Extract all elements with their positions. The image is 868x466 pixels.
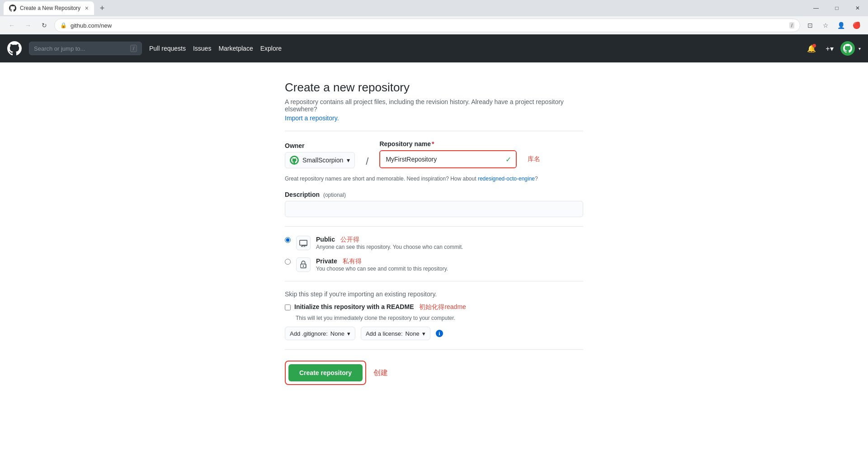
forward-button[interactable]: → xyxy=(22,19,34,32)
init-readme-row: Initialize this repository with a README… xyxy=(285,303,583,311)
gitignore-dropdown[interactable]: Add .gitignore: None ▾ xyxy=(285,327,355,340)
form-container: Create a new repository A repository con… xyxy=(276,81,592,385)
repo-name-label: Repository name* xyxy=(379,140,540,147)
skip-note: Skip this step if you're importing an ex… xyxy=(285,290,583,298)
init-readme-label: Initialize this repository with a README… xyxy=(294,303,466,311)
private-chinese: 私有得 xyxy=(343,257,362,265)
profile-btn[interactable]: 👤 xyxy=(835,19,847,32)
browser-actions: ⊡ ☆ 👤 🔴 xyxy=(804,19,863,32)
visibility-section: Public 公开得 Anyone can see this repositor… xyxy=(285,236,583,272)
license-label: Add a license: xyxy=(366,330,403,337)
notifications-btn[interactable]: 🔔 xyxy=(804,41,819,56)
browser-window: Create a New Repository × + ← → ↻ 🔒 gith… xyxy=(0,0,868,34)
description-input[interactable] xyxy=(285,201,583,217)
maximize-btn[interactable]: □ xyxy=(826,0,847,16)
create-btn-wrap: Create repository xyxy=(285,361,366,385)
new-tab-btn[interactable]: + xyxy=(96,2,108,14)
optional-label: (optional) xyxy=(323,192,346,198)
public-radio[interactable] xyxy=(285,237,291,243)
tab-title: Create a New Repository xyxy=(20,5,81,11)
marketplace-link[interactable]: Marketplace xyxy=(218,45,253,52)
address-bar[interactable]: 🔒 github.com/new / xyxy=(54,19,800,32)
license-dropdown[interactable]: Add a license: None ▾ xyxy=(361,327,430,340)
suggestion-link[interactable]: redesigned-octo-engine xyxy=(478,176,535,182)
tab-bar: Create a New Repository × + xyxy=(0,0,868,16)
create-chinese: 创建 xyxy=(373,368,388,378)
create-section: Create repository 创建 xyxy=(285,361,583,385)
private-content: Private 私有得 You choose who can see and c… xyxy=(316,257,448,272)
lock-icon: 🔒 xyxy=(60,22,67,29)
private-label: Private xyxy=(316,257,337,265)
search-input[interactable] xyxy=(34,45,127,52)
new-item-btn[interactable]: +▾ xyxy=(822,41,837,56)
dropdown-row: Add .gitignore: None ▾ Add a license: No… xyxy=(285,327,583,340)
public-option: Public 公开得 Anyone can see this repositor… xyxy=(285,236,583,250)
address-slash: / xyxy=(789,22,794,29)
license-value: None xyxy=(406,330,420,337)
browser-controls: ← → ↻ 🔒 github.com/new / ⊡ ☆ 👤 🔴 xyxy=(0,16,868,34)
main-content: Create a new repository A repository con… xyxy=(0,62,868,466)
public-icon xyxy=(296,236,311,250)
slash-separator: / xyxy=(364,156,370,167)
divider-1 xyxy=(285,131,583,131)
divider-2 xyxy=(285,226,583,227)
pull-requests-link[interactable]: Pull requests xyxy=(149,45,186,52)
create-repository-button[interactable]: Create repository xyxy=(288,364,363,381)
explore-link[interactable]: Explore xyxy=(260,45,282,52)
public-label: Public xyxy=(316,236,335,243)
owner-repo-row: Owner SmallScorpion ▾ / Repository name* xyxy=(285,140,583,168)
license-dropdown-icon: ▾ xyxy=(422,330,425,337)
avatar-dropdown-icon: ▾ xyxy=(859,46,861,51)
description-field-group: Description (optional) xyxy=(285,191,583,217)
divider-4 xyxy=(285,349,583,350)
info-icon[interactable]: ℹ xyxy=(436,330,443,337)
page-description: A repository contains all project files,… xyxy=(285,98,583,113)
gitignore-value: None xyxy=(330,330,344,337)
tab-close-btn[interactable]: × xyxy=(85,5,89,12)
owner-name: SmallScorpion xyxy=(302,157,343,164)
nav-right: 🔔 +▾ ▾ xyxy=(804,41,861,56)
github-navbar: / Pull requests Issues Marketplace Explo… xyxy=(0,34,868,62)
init-readme-desc: This will let you immediately clone the … xyxy=(296,315,583,321)
search-bar[interactable]: / xyxy=(29,42,142,55)
window-controls: — □ ✕ xyxy=(806,0,868,16)
hint-text: Great repository names are short and mem… xyxy=(285,176,583,182)
repo-name-annotation: 库名 xyxy=(528,155,540,163)
description-label: Description (optional) xyxy=(285,191,583,198)
page-title: Create a new repository xyxy=(285,81,583,95)
repo-name-input[interactable] xyxy=(380,151,516,167)
repo-name-input-wrap: ✓ xyxy=(379,150,517,168)
star-btn[interactable]: ☆ xyxy=(819,19,832,32)
owner-avatar xyxy=(290,156,299,165)
reload-button[interactable]: ↻ xyxy=(38,19,51,32)
nav-links: Pull requests Issues Marketplace Explore xyxy=(149,45,282,52)
divider-3 xyxy=(285,281,583,281)
search-slash-icon: / xyxy=(130,45,137,52)
public-chinese: 公开得 xyxy=(340,236,359,243)
close-btn[interactable]: ✕ xyxy=(847,0,868,16)
init-readme-checkbox[interactable] xyxy=(285,304,291,310)
owner-dropdown-icon: ▾ xyxy=(347,157,350,164)
address-text: github.com/new xyxy=(71,22,786,29)
back-button[interactable]: ← xyxy=(5,19,18,32)
init-section: Skip this step if you're importing an ex… xyxy=(285,290,583,340)
gitignore-dropdown-icon: ▾ xyxy=(347,330,350,337)
extension-btn[interactable]: 🔴 xyxy=(850,19,863,32)
user-avatar-btn[interactable] xyxy=(840,41,855,56)
private-desc: You choose who can see and commit to thi… xyxy=(316,266,448,272)
owner-label: Owner xyxy=(285,142,355,149)
owner-field-group: Owner SmallScorpion ▾ xyxy=(285,142,355,168)
owner-select[interactable]: SmallScorpion ▾ xyxy=(285,152,355,168)
import-link[interactable]: Import a repository. xyxy=(285,114,339,122)
required-marker: * xyxy=(432,140,434,147)
minimize-btn[interactable]: — xyxy=(806,0,826,16)
translate-btn[interactable]: ⊡ xyxy=(804,19,816,32)
active-tab[interactable]: Create a New Repository × xyxy=(4,1,94,15)
private-radio[interactable] xyxy=(285,259,291,265)
issues-link[interactable]: Issues xyxy=(193,45,211,52)
gitignore-label: Add .gitignore: xyxy=(290,330,328,337)
check-icon: ✓ xyxy=(505,155,511,164)
public-desc: Anyone can see this repository. You choo… xyxy=(316,244,463,250)
init-chinese: 初始化得readme xyxy=(419,303,466,310)
github-logo[interactable] xyxy=(7,41,22,56)
